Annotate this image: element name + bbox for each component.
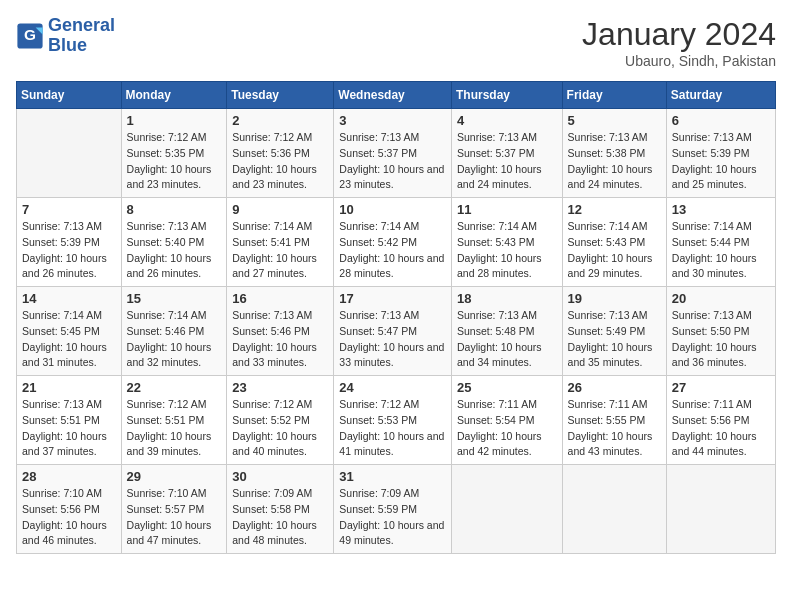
day-number: 26: [568, 380, 661, 395]
day-detail: Sunrise: 7:13 AMSunset: 5:39 PMDaylight:…: [22, 219, 116, 282]
day-detail: Sunrise: 7:12 AMSunset: 5:52 PMDaylight:…: [232, 397, 328, 460]
day-detail: Sunrise: 7:14 AMSunset: 5:43 PMDaylight:…: [568, 219, 661, 282]
day-number: 11: [457, 202, 557, 217]
day-of-week-header: Friday: [562, 82, 666, 109]
day-detail: Sunrise: 7:13 AMSunset: 5:37 PMDaylight:…: [457, 130, 557, 193]
calendar-cell: 3Sunrise: 7:13 AMSunset: 5:37 PMDaylight…: [334, 109, 452, 198]
day-number: 24: [339, 380, 446, 395]
day-number: 19: [568, 291, 661, 306]
location: Ubauro, Sindh, Pakistan: [582, 53, 776, 69]
day-detail: Sunrise: 7:14 AMSunset: 5:42 PMDaylight:…: [339, 219, 446, 282]
calendar-cell: 23Sunrise: 7:12 AMSunset: 5:52 PMDayligh…: [227, 376, 334, 465]
calendar-cell: 5Sunrise: 7:13 AMSunset: 5:38 PMDaylight…: [562, 109, 666, 198]
day-detail: Sunrise: 7:13 AMSunset: 5:50 PMDaylight:…: [672, 308, 770, 371]
day-detail: Sunrise: 7:14 AMSunset: 5:46 PMDaylight:…: [127, 308, 222, 371]
day-detail: Sunrise: 7:13 AMSunset: 5:51 PMDaylight:…: [22, 397, 116, 460]
day-number: 4: [457, 113, 557, 128]
day-number: 5: [568, 113, 661, 128]
day-number: 2: [232, 113, 328, 128]
day-detail: Sunrise: 7:12 AMSunset: 5:35 PMDaylight:…: [127, 130, 222, 193]
day-detail: Sunrise: 7:14 AMSunset: 5:41 PMDaylight:…: [232, 219, 328, 282]
day-number: 14: [22, 291, 116, 306]
calendar-cell: [451, 465, 562, 554]
day-detail: Sunrise: 7:11 AMSunset: 5:54 PMDaylight:…: [457, 397, 557, 460]
calendar-cell: 19Sunrise: 7:13 AMSunset: 5:49 PMDayligh…: [562, 287, 666, 376]
calendar-cell: 14Sunrise: 7:14 AMSunset: 5:45 PMDayligh…: [17, 287, 122, 376]
day-detail: Sunrise: 7:13 AMSunset: 5:49 PMDaylight:…: [568, 308, 661, 371]
day-number: 16: [232, 291, 328, 306]
title-block: January 2024 Ubauro, Sindh, Pakistan: [582, 16, 776, 69]
calendar-cell: 8Sunrise: 7:13 AMSunset: 5:40 PMDaylight…: [121, 198, 227, 287]
logo-blue: Blue: [48, 35, 87, 55]
day-number: 15: [127, 291, 222, 306]
calendar-cell: 7Sunrise: 7:13 AMSunset: 5:39 PMDaylight…: [17, 198, 122, 287]
day-detail: Sunrise: 7:09 AMSunset: 5:58 PMDaylight:…: [232, 486, 328, 549]
day-of-week-header: Sunday: [17, 82, 122, 109]
day-detail: Sunrise: 7:09 AMSunset: 5:59 PMDaylight:…: [339, 486, 446, 549]
calendar-week-row: 7Sunrise: 7:13 AMSunset: 5:39 PMDaylight…: [17, 198, 776, 287]
calendar-cell: 17Sunrise: 7:13 AMSunset: 5:47 PMDayligh…: [334, 287, 452, 376]
svg-text:G: G: [24, 26, 36, 43]
calendar-week-row: 1Sunrise: 7:12 AMSunset: 5:35 PMDaylight…: [17, 109, 776, 198]
day-number: 30: [232, 469, 328, 484]
calendar-week-row: 14Sunrise: 7:14 AMSunset: 5:45 PMDayligh…: [17, 287, 776, 376]
calendar-cell: 25Sunrise: 7:11 AMSunset: 5:54 PMDayligh…: [451, 376, 562, 465]
day-number: 1: [127, 113, 222, 128]
day-detail: Sunrise: 7:13 AMSunset: 5:38 PMDaylight:…: [568, 130, 661, 193]
calendar-header-row: SundayMondayTuesdayWednesdayThursdayFrid…: [17, 82, 776, 109]
day-of-week-header: Thursday: [451, 82, 562, 109]
day-detail: Sunrise: 7:10 AMSunset: 5:57 PMDaylight:…: [127, 486, 222, 549]
day-detail: Sunrise: 7:12 AMSunset: 5:51 PMDaylight:…: [127, 397, 222, 460]
day-detail: Sunrise: 7:10 AMSunset: 5:56 PMDaylight:…: [22, 486, 116, 549]
day-of-week-header: Saturday: [666, 82, 775, 109]
calendar-cell: 9Sunrise: 7:14 AMSunset: 5:41 PMDaylight…: [227, 198, 334, 287]
calendar-cell: 26Sunrise: 7:11 AMSunset: 5:55 PMDayligh…: [562, 376, 666, 465]
day-number: 28: [22, 469, 116, 484]
day-number: 3: [339, 113, 446, 128]
day-detail: Sunrise: 7:13 AMSunset: 5:47 PMDaylight:…: [339, 308, 446, 371]
calendar-cell: [17, 109, 122, 198]
calendar-cell: 15Sunrise: 7:14 AMSunset: 5:46 PMDayligh…: [121, 287, 227, 376]
day-number: 23: [232, 380, 328, 395]
calendar-cell: 4Sunrise: 7:13 AMSunset: 5:37 PMDaylight…: [451, 109, 562, 198]
calendar-cell: 12Sunrise: 7:14 AMSunset: 5:43 PMDayligh…: [562, 198, 666, 287]
day-number: 8: [127, 202, 222, 217]
calendar-table: SundayMondayTuesdayWednesdayThursdayFrid…: [16, 81, 776, 554]
calendar-cell: 31Sunrise: 7:09 AMSunset: 5:59 PMDayligh…: [334, 465, 452, 554]
day-detail: Sunrise: 7:13 AMSunset: 5:37 PMDaylight:…: [339, 130, 446, 193]
calendar-cell: 16Sunrise: 7:13 AMSunset: 5:46 PMDayligh…: [227, 287, 334, 376]
calendar-cell: 30Sunrise: 7:09 AMSunset: 5:58 PMDayligh…: [227, 465, 334, 554]
logo-icon: G: [16, 22, 44, 50]
day-number: 20: [672, 291, 770, 306]
day-number: 29: [127, 469, 222, 484]
day-detail: Sunrise: 7:11 AMSunset: 5:56 PMDaylight:…: [672, 397, 770, 460]
calendar-cell: 28Sunrise: 7:10 AMSunset: 5:56 PMDayligh…: [17, 465, 122, 554]
calendar-cell: 10Sunrise: 7:14 AMSunset: 5:42 PMDayligh…: [334, 198, 452, 287]
logo-text: General Blue: [48, 16, 115, 56]
calendar-cell: 24Sunrise: 7:12 AMSunset: 5:53 PMDayligh…: [334, 376, 452, 465]
day-number: 6: [672, 113, 770, 128]
day-number: 10: [339, 202, 446, 217]
day-number: 22: [127, 380, 222, 395]
day-of-week-header: Monday: [121, 82, 227, 109]
day-number: 25: [457, 380, 557, 395]
calendar-cell: 22Sunrise: 7:12 AMSunset: 5:51 PMDayligh…: [121, 376, 227, 465]
calendar-cell: 20Sunrise: 7:13 AMSunset: 5:50 PMDayligh…: [666, 287, 775, 376]
day-detail: Sunrise: 7:14 AMSunset: 5:43 PMDaylight:…: [457, 219, 557, 282]
day-detail: Sunrise: 7:13 AMSunset: 5:40 PMDaylight:…: [127, 219, 222, 282]
calendar-week-row: 28Sunrise: 7:10 AMSunset: 5:56 PMDayligh…: [17, 465, 776, 554]
page-header: G General Blue January 2024 Ubauro, Sind…: [16, 16, 776, 69]
day-number: 21: [22, 380, 116, 395]
day-detail: Sunrise: 7:13 AMSunset: 5:48 PMDaylight:…: [457, 308, 557, 371]
calendar-week-row: 21Sunrise: 7:13 AMSunset: 5:51 PMDayligh…: [17, 376, 776, 465]
calendar-cell: 18Sunrise: 7:13 AMSunset: 5:48 PMDayligh…: [451, 287, 562, 376]
day-detail: Sunrise: 7:12 AMSunset: 5:36 PMDaylight:…: [232, 130, 328, 193]
logo-general: General: [48, 15, 115, 35]
calendar-cell: 1Sunrise: 7:12 AMSunset: 5:35 PMDaylight…: [121, 109, 227, 198]
calendar-cell: 2Sunrise: 7:12 AMSunset: 5:36 PMDaylight…: [227, 109, 334, 198]
calendar-cell: 27Sunrise: 7:11 AMSunset: 5:56 PMDayligh…: [666, 376, 775, 465]
day-number: 7: [22, 202, 116, 217]
calendar-cell: 6Sunrise: 7:13 AMSunset: 5:39 PMDaylight…: [666, 109, 775, 198]
day-detail: Sunrise: 7:13 AMSunset: 5:39 PMDaylight:…: [672, 130, 770, 193]
day-detail: Sunrise: 7:12 AMSunset: 5:53 PMDaylight:…: [339, 397, 446, 460]
